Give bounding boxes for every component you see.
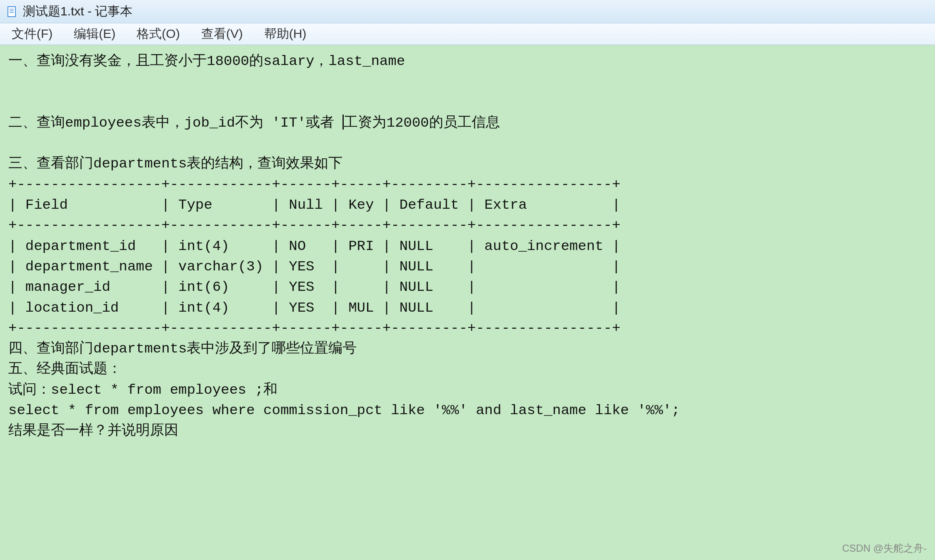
text-editor-area[interactable]: 一、查询没有奖金，且工资小于18000的salary，last_name 二、查… [0,45,935,560]
menu-view[interactable]: 查看(V) [198,25,246,43]
content-line: | location_id | int(4) | YES | MUL | NUL… [8,300,620,316]
content-line: select * from employees where commission… [8,402,680,418]
content-line: +-----------------+------------+------+-… [8,177,620,192]
content-line: 三、查看部门departments表的结构，查询效果如下 [8,156,342,172]
text-caret [342,115,344,130]
content-line: 试问：select * from employees ;和 [8,382,278,398]
notepad-icon [6,6,18,18]
titlebar[interactable]: 测试题1.txt - 记事本 [0,0,935,23]
content-line: 工资为12000的员工信息 [344,115,500,131]
watermark-text: CSDN @失舵之舟- [842,542,927,555]
content-line: | department_name | varchar(3) | YES | |… [8,259,620,275]
notepad-window: 测试题1.txt - 记事本 文件(F) 编辑(E) 格式(O) 查看(V) 帮… [0,0,935,560]
content-line: | department_id | int(4) | NO | PRI | NU… [8,238,620,254]
menu-help[interactable]: 帮助(H) [261,25,310,43]
menubar: 文件(F) 编辑(E) 格式(O) 查看(V) 帮助(H) [0,23,935,45]
content-line: | manager_id | int(6) | YES | | NULL | | [8,279,620,295]
menu-file[interactable]: 文件(F) [8,25,56,43]
content-line: +-----------------+------------+------+-… [8,218,620,233]
window-title: 测试题1.txt - 记事本 [23,3,132,20]
svg-rect-0 [8,7,15,17]
content-line: 五、经典面试题： [8,361,122,377]
content-line: 结果是否一样？并说明原因 [8,423,178,439]
menu-edit[interactable]: 编辑(E) [70,25,119,43]
content-line: 四、查询部门departments表中涉及到了哪些位置编号 [8,341,357,357]
content-line: | Field | Type | Null | Key | Default | … [8,197,620,213]
content-line: +-----------------+------------+------+-… [8,320,620,336]
content-line: 二、查询employees表中，job_id不为 'IT'或者 [8,115,342,131]
menu-format[interactable]: 格式(O) [133,25,183,43]
content-line: 一、查询没有奖金，且工资小于18000的salary，last_name [8,53,405,69]
